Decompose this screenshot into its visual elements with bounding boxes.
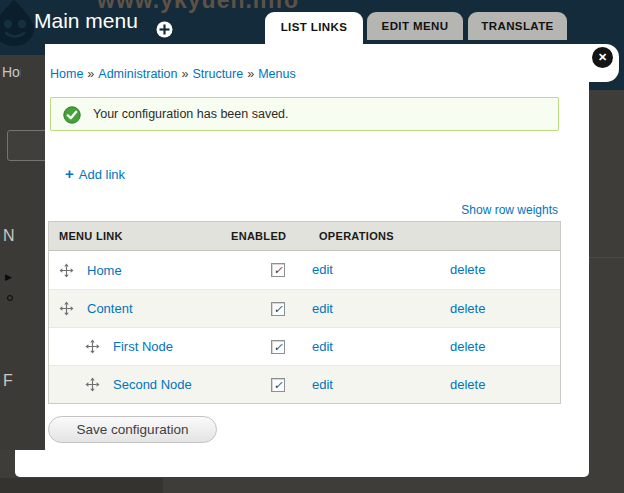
checkmark-glyph: ✓ (273, 303, 282, 315)
breadcrumb-structure[interactable]: Structure (192, 67, 243, 81)
add-link[interactable]: +Add link (65, 165, 125, 182)
table-row-content: Content ✓ edit delete (49, 289, 560, 327)
tab-edit-menu[interactable]: EDIT MENU (367, 12, 463, 40)
drag-handle-icon[interactable] (59, 263, 74, 278)
success-check-icon (63, 106, 81, 128)
menu-link-content[interactable]: Content (87, 301, 133, 316)
menu-links-table: MENU LINK ENABLED OPERATIONS Home ✓ edit… (48, 221, 561, 404)
background-breadcrumb-fragment: Home (2, 64, 21, 80)
overlay-corner: ✕ (583, 44, 619, 82)
overlay-panel: Home»Administration»Structure»Menus Your… (15, 44, 589, 477)
enabled-checkbox[interactable]: ✓ (271, 340, 285, 354)
checkmark-glyph: ✓ (273, 341, 282, 353)
backdrop-bottom-band (0, 478, 163, 493)
delete-link[interactable]: delete (450, 366, 485, 404)
breadcrumb-menus[interactable]: Menus (258, 67, 296, 81)
background-circle-bullet (7, 295, 13, 301)
column-header-menu-link: MENU LINK (49, 222, 223, 250)
delete-link[interactable]: delete (450, 328, 485, 366)
circle-plus-icon[interactable] (156, 21, 173, 38)
tab-list-links[interactable]: LIST LINKS (265, 12, 363, 44)
enabled-checkbox[interactable]: ✓ (271, 302, 285, 316)
checkmark-glyph: ✓ (273, 379, 282, 391)
breadcrumb-administration[interactable]: Administration (98, 67, 177, 81)
edit-link[interactable]: edit (312, 251, 333, 289)
drag-handle-icon[interactable] (85, 377, 100, 392)
background-triangle-bullet: ▶ (5, 272, 12, 282)
breadcrumb-home[interactable]: Home (50, 67, 83, 81)
breadcrumb-separator: » (178, 67, 193, 81)
column-header-enabled: ENABLED (223, 222, 304, 250)
drag-handle-icon[interactable] (85, 339, 100, 354)
status-message: Your configuration has been saved. (50, 97, 559, 131)
edit-link[interactable]: edit (312, 328, 333, 366)
table-row-first-node: First Node ✓ edit delete (49, 327, 560, 365)
menu-link-second-node[interactable]: Second Node (113, 377, 192, 392)
drag-handle-icon[interactable] (59, 301, 74, 316)
page-title: Main menu (34, 9, 138, 33)
breadcrumb-separator: » (243, 67, 258, 81)
delete-link[interactable]: delete (450, 290, 485, 328)
status-text: Your configuration has been saved. (93, 98, 289, 130)
plus-icon: + (65, 165, 74, 182)
background-search-input (7, 130, 45, 161)
tab-translate[interactable]: TRANSLATE (468, 12, 567, 40)
edit-link[interactable]: edit (312, 290, 333, 328)
checkmark-glyph: ✓ (273, 264, 282, 276)
backdrop-seam (589, 257, 624, 258)
admin-toolbar: www.ykyuen.info Main menu LIST LINKS EDI… (0, 0, 624, 44)
delete-link[interactable]: delete (450, 251, 485, 289)
table-row-second-node: Second Node ✓ edit delete (49, 365, 560, 403)
enabled-checkbox[interactable]: ✓ (271, 378, 285, 392)
enabled-checkbox[interactable]: ✓ (271, 263, 285, 277)
column-header-operations: OPERATIONS (304, 222, 560, 250)
close-icon[interactable]: ✕ (592, 47, 613, 68)
edit-link[interactable]: edit (312, 366, 333, 404)
save-configuration-button[interactable]: Save configuration (48, 416, 217, 443)
breadcrumb-separator: » (83, 67, 98, 81)
dimmed-background-page: Home N ▶ F (0, 44, 45, 450)
screen: www.ykyuen.info Main menu LIST LINKS EDI… (0, 0, 624, 493)
background-heading-fragment-f: F (3, 372, 13, 390)
table-row-home: Home ✓ edit delete (49, 251, 560, 289)
table-header-row: MENU LINK ENABLED OPERATIONS (49, 222, 560, 251)
menu-link-first-node[interactable]: First Node (113, 339, 173, 354)
breadcrumb: Home»Administration»Structure»Menus (50, 67, 296, 81)
show-row-weights-link[interactable]: Show row weights (461, 203, 558, 217)
add-link-label: Add link (79, 167, 125, 182)
background-heading-fragment-n: N (3, 227, 15, 245)
menu-link-home[interactable]: Home (87, 263, 122, 278)
